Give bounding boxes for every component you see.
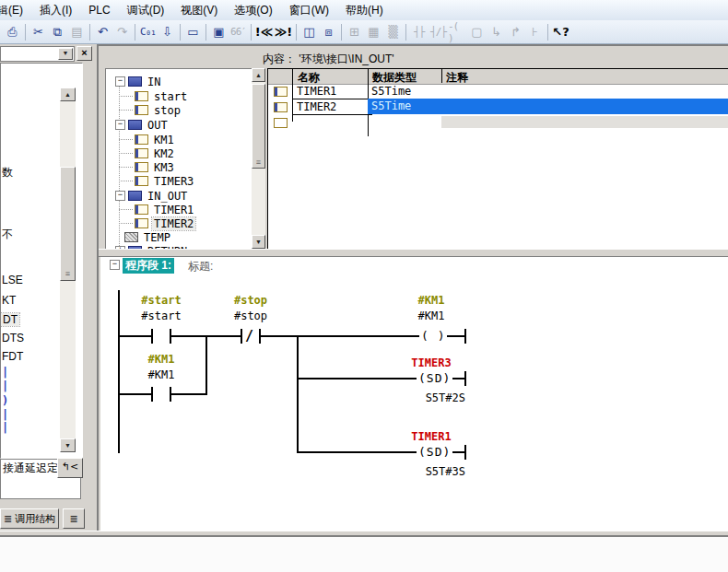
detail-view-icon[interactable]: ⧈ bbox=[319, 23, 338, 41]
empty-box-icon[interactable]: ▒ bbox=[383, 23, 403, 41]
menu-debug[interactable]: 调试(D) bbox=[119, 0, 173, 21]
collapse-icon[interactable]: − bbox=[115, 191, 125, 201]
no-contact-km1[interactable] bbox=[151, 387, 171, 402]
close-icon[interactable]: × bbox=[76, 46, 92, 61]
chevron-down-icon[interactable]: ▼ bbox=[58, 48, 73, 60]
list-item[interactable]: 数 bbox=[2, 165, 13, 181]
list-item[interactable]: ) bbox=[2, 394, 8, 407]
monitor-onoff-icon[interactable]: ▣ bbox=[209, 23, 229, 41]
list-item[interactable]: FDT bbox=[2, 350, 23, 363]
undo-icon[interactable]: ↶ bbox=[93, 23, 112, 41]
menu-plc[interactable]: PLC bbox=[80, 1, 118, 19]
operand-label-km1-contact[interactable]: #KM1 bbox=[131, 368, 192, 381]
timer3-time-value[interactable]: S5T#2S bbox=[392, 391, 465, 404]
timer1-label[interactable]: TIMER1 bbox=[401, 430, 462, 443]
scrollbar-thumb[interactable]: ≡ bbox=[252, 84, 265, 169]
network-subtitle[interactable]: 标题: bbox=[188, 259, 213, 274]
list-item[interactable]: | bbox=[2, 408, 8, 421]
sd-coil-timer1[interactable]: (SD) bbox=[417, 445, 452, 459]
symbol-label-stop[interactable]: #stop bbox=[220, 294, 281, 307]
operand-label-km1-coil[interactable]: #KM1 bbox=[401, 309, 462, 322]
cut-icon[interactable]: ✂ bbox=[29, 23, 48, 41]
list-item[interactable]: DT bbox=[1, 313, 19, 326]
nc-contact-icon[interactable]: ┤/├ bbox=[429, 23, 448, 41]
paste-icon[interactable]: ▤ bbox=[67, 23, 87, 41]
no-contact-start[interactable] bbox=[151, 329, 171, 344]
close-branch-icon[interactable]: ↱ bbox=[506, 23, 525, 41]
open-branch-icon[interactable]: ↳ bbox=[487, 23, 506, 41]
box-instruction-icon[interactable]: ▢ bbox=[467, 23, 487, 41]
operand-label-stop[interactable]: #stop bbox=[220, 309, 281, 322]
scroll-up-icon[interactable]: ▲ bbox=[252, 68, 265, 82]
tree-item-timer2[interactable]: TIMER2 bbox=[119, 216, 195, 230]
previous-error-icon[interactable]: !≪ bbox=[254, 23, 274, 41]
menu-help[interactable]: 帮助(H) bbox=[337, 0, 392, 21]
tree-item-in-out[interactable]: − IN_OUT bbox=[115, 189, 189, 203]
tree-item-temp[interactable]: TEMP bbox=[124, 230, 172, 244]
column-divider[interactable] bbox=[441, 68, 442, 83]
tree-item-timer1[interactable]: TIMER1 bbox=[119, 203, 195, 216]
cell-name[interactable]: TIMER1 bbox=[297, 85, 336, 98]
connector-icon[interactable]: ⊦ bbox=[525, 23, 545, 41]
tree-item-out[interactable]: − OUT bbox=[115, 118, 170, 132]
pane-splitter[interactable] bbox=[99, 249, 728, 257]
network-title[interactable]: 程序段 1: bbox=[123, 258, 174, 274]
menu-window[interactable]: 窗口(W) bbox=[281, 0, 337, 21]
jump-back-icon[interactable]: ↰< bbox=[57, 458, 83, 478]
list-item[interactable]: LSE bbox=[2, 274, 23, 286]
network-collapse-icon[interactable]: − bbox=[110, 260, 120, 270]
catalog-combobox[interactable]: ▼ bbox=[0, 46, 75, 62]
tab-structure-icon-only[interactable]: ≣ bbox=[63, 508, 85, 529]
tree-item-stop[interactable]: stop bbox=[119, 103, 182, 117]
collapse-icon[interactable]: − bbox=[115, 76, 125, 87]
tree-item-km2[interactable]: KM2 bbox=[119, 146, 176, 160]
next-error-icon[interactable]: ≫! bbox=[274, 23, 293, 41]
insert-network-icon[interactable]: ⊞ bbox=[345, 23, 364, 41]
scrollbar-thumb[interactable]: ≡ bbox=[60, 167, 76, 281]
menu-options[interactable]: 选项(O) bbox=[226, 0, 280, 21]
help-select-icon[interactable]: ↖? bbox=[551, 23, 570, 41]
list-item[interactable]: KT bbox=[2, 294, 16, 307]
glasses-icon[interactable]: 66′ bbox=[229, 23, 248, 41]
copy-icon[interactable]: ⧉ bbox=[48, 23, 67, 41]
tree-item-km3[interactable]: KM3 bbox=[119, 160, 176, 174]
catalog-scrollbar[interactable]: ▲ ≡ ▼ bbox=[60, 88, 76, 452]
collapse-icon[interactable]: − bbox=[115, 120, 125, 130]
menu-edit[interactable]: 辑(E) bbox=[0, 0, 31, 21]
nc-contact-stop[interactable]: / bbox=[241, 329, 261, 344]
scroll-up-icon[interactable]: ▲ bbox=[60, 88, 76, 101]
tab-call-structure[interactable]: ≣ 调用结构 bbox=[0, 508, 59, 529]
output-coil-km1[interactable]: ( ) bbox=[419, 329, 447, 343]
list-item[interactable]: 不 bbox=[2, 227, 13, 242]
program-structure-icon[interactable]: ▦ bbox=[364, 23, 383, 41]
print-icon[interactable]: ⎙ bbox=[3, 23, 22, 41]
timer1-time-value[interactable]: S5T#3S bbox=[392, 465, 465, 478]
symbol-label-km1-contact[interactable]: #KM1 bbox=[131, 353, 192, 366]
scroll-down-icon[interactable]: ▼ bbox=[252, 235, 265, 249]
call-register-icon[interactable]: C₀₁ bbox=[138, 23, 158, 41]
overview-window-icon[interactable]: ◫ bbox=[299, 23, 319, 41]
tree-item-in[interactable]: − IN bbox=[115, 75, 162, 88]
scroll-down-icon[interactable]: ▼ bbox=[60, 438, 76, 452]
list-item[interactable]: | bbox=[2, 366, 8, 379]
timer3-label[interactable]: TIMER3 bbox=[401, 356, 462, 369]
list-item[interactable]: | bbox=[2, 379, 8, 392]
tree-item-timer3[interactable]: TIMER3 bbox=[119, 174, 195, 188]
cell-datatype[interactable]: S5Time bbox=[371, 85, 411, 98]
list-item[interactable]: DTS bbox=[2, 332, 24, 344]
menu-insert[interactable]: 插入(I) bbox=[31, 0, 80, 21]
tree-scrollbar[interactable]: ▲ ≡ ▼ bbox=[252, 68, 265, 249]
tree-item-km1[interactable]: KM1 bbox=[119, 133, 176, 146]
menu-view[interactable]: 视图(V) bbox=[172, 0, 226, 21]
symbol-label-start[interactable]: #start bbox=[131, 294, 192, 307]
symbolic-representation-icon[interactable]: ▭ bbox=[183, 23, 203, 41]
list-item[interactable]: | bbox=[2, 421, 8, 434]
coil-icon[interactable]: -( ) bbox=[448, 23, 467, 41]
name-edit-field[interactable]: TIMER2 bbox=[292, 99, 372, 115]
sd-coil-timer3[interactable]: (SD) bbox=[417, 371, 452, 385]
download-icon[interactable]: ⇩ bbox=[158, 23, 177, 41]
redo-icon[interactable]: ↷ bbox=[112, 23, 132, 41]
symbol-label-km1-coil[interactable]: #KM1 bbox=[401, 294, 462, 307]
no-contact-icon[interactable]: ┤├ bbox=[409, 23, 429, 41]
selected-row-band[interactable]: S5Time bbox=[368, 99, 728, 114]
